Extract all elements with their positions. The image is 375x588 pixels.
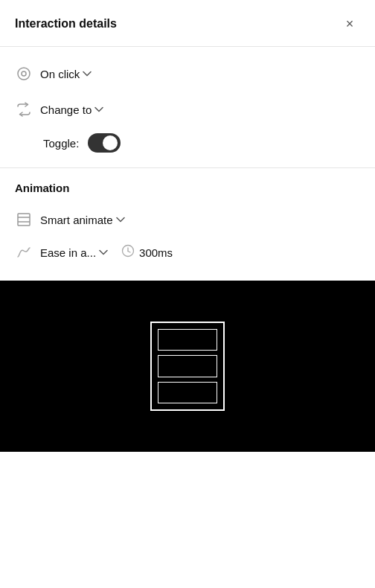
duration-value: 300ms [139, 246, 173, 259]
preview-line-1 [158, 329, 217, 351]
trigger-label: On click [40, 68, 80, 80]
toggle-switch[interactable] [88, 133, 121, 153]
svg-point-1 [22, 71, 26, 76]
action-dropdown-button[interactable]: Change to [40, 103, 103, 116]
animate-type-button[interactable]: Smart animate [40, 214, 125, 226]
svg-rect-2 [18, 214, 30, 226]
action-chevron-icon [94, 104, 103, 115]
trigger-chevron-icon [83, 68, 92, 79]
easing-row: Ease in a... 300ms [15, 236, 360, 269]
animation-preview [0, 281, 375, 452]
close-button[interactable]: × [339, 13, 360, 34]
trigger-icon [15, 65, 33, 83]
action-icon [15, 100, 33, 118]
toggle-track [88, 133, 121, 153]
preview-frame [150, 322, 225, 411]
toggle-thumb [103, 135, 118, 150]
toggle-row: Toggle: [0, 127, 375, 167]
interaction-details-panel: Interaction details × On click [0, 0, 375, 452]
easing-button[interactable]: Ease in a... [40, 246, 108, 259]
svg-point-0 [18, 68, 30, 80]
preview-line-3 [158, 382, 217, 403]
animate-type-row: Smart animate [15, 203, 360, 236]
clock-icon [121, 244, 135, 261]
panel-title: Interaction details [15, 17, 117, 31]
action-row: Change to [0, 92, 375, 127]
animate-type-label: Smart animate [40, 214, 113, 226]
easing-chevron-icon [99, 247, 108, 258]
trigger-dropdown-button[interactable]: On click [40, 68, 92, 80]
preview-line-2 [158, 355, 217, 377]
duration-group: 300ms [121, 244, 173, 261]
panel-header: Interaction details × [0, 0, 375, 47]
svg-line-7 [128, 252, 130, 253]
animation-section: Animation Smart animate [0, 168, 375, 269]
toggle-label: Toggle: [43, 137, 79, 150]
animation-section-title: Animation [15, 182, 360, 194]
interaction-section: On click Change to [0, 47, 375, 168]
trigger-row: On click [0, 56, 375, 92]
animate-type-chevron-icon [116, 214, 125, 225]
animate-icon [15, 211, 33, 229]
action-label: Change to [40, 103, 92, 116]
easing-label: Ease in a... [40, 246, 96, 259]
ease-icon [15, 243, 33, 261]
